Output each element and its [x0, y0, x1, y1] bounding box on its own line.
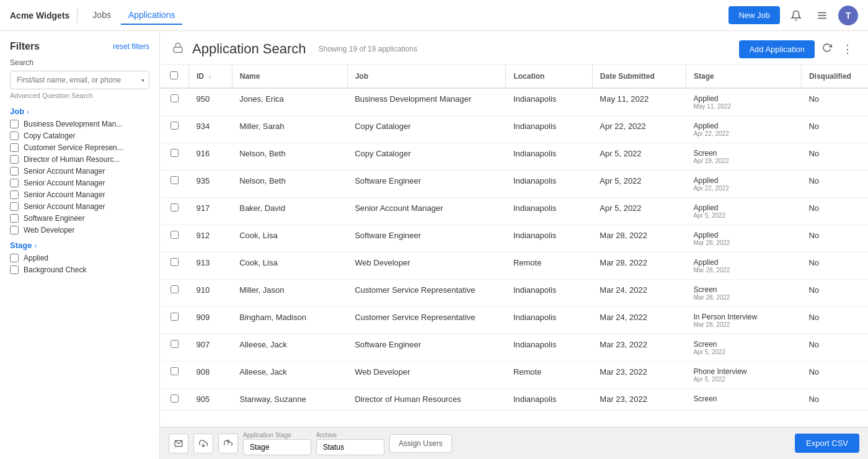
- row-name: Nelson, Beth: [232, 143, 347, 171]
- row-checkbox[interactable]: [170, 258, 179, 266]
- table-row[interactable]: 912 Cook, Lisa Software Engineer Indiana…: [160, 225, 868, 252]
- export-csv-button[interactable]: Export CSV: [795, 434, 859, 453]
- add-application-button[interactable]: Add Application: [739, 40, 815, 58]
- row-checkbox[interactable]: [170, 176, 179, 184]
- stage-filter-item[interactable]: Background Check: [10, 265, 149, 274]
- row-checkbox-cell[interactable]: [160, 334, 188, 362]
- row-checkbox[interactable]: [170, 313, 179, 321]
- row-checkbox-cell[interactable]: [160, 307, 188, 334]
- row-checkbox-cell[interactable]: [160, 143, 188, 171]
- job-filter-checkbox[interactable]: [10, 214, 19, 223]
- job-filter-checkbox[interactable]: [10, 120, 19, 128]
- col-header-date[interactable]: Date Submitted: [592, 65, 686, 88]
- select-all-checkbox[interactable]: [170, 71, 178, 79]
- table-row[interactable]: 934 Miller, Sarah Copy Cataloger Indiana…: [160, 116, 868, 143]
- row-date: Mar 23, 2022: [592, 389, 686, 411]
- row-job: Software Engineer: [347, 171, 506, 198]
- avatar[interactable]: T: [838, 6, 858, 25]
- row-location: Remote: [506, 362, 592, 389]
- job-filter-item[interactable]: Senior Account Manager: [10, 167, 149, 176]
- email-icon-button[interactable]: [169, 434, 188, 453]
- row-checkbox-cell[interactable]: [160, 252, 188, 280]
- col-header-id[interactable]: ID ↓: [188, 65, 232, 88]
- job-filter-item[interactable]: Senior Account Manager: [10, 179, 149, 187]
- job-filter-checkbox[interactable]: [10, 190, 19, 199]
- table-row[interactable]: 913 Cook, Lisa Web Developer Remote Mar …: [160, 252, 868, 280]
- job-filter-item[interactable]: Web Developer: [10, 226, 149, 234]
- table-row[interactable]: 917 Baker, David Senior Account Manager …: [160, 198, 868, 225]
- row-checkbox-cell[interactable]: [160, 280, 188, 307]
- col-header-job[interactable]: Job: [347, 65, 506, 88]
- table-row[interactable]: 910 Miller, Jason Customer Service Repre…: [160, 280, 868, 307]
- row-checkbox-cell[interactable]: [160, 198, 188, 225]
- row-checkbox[interactable]: [170, 94, 179, 102]
- archive-dropdown[interactable]: Status: [316, 439, 384, 455]
- menu-icon[interactable]: [812, 6, 832, 25]
- job-filter-group[interactable]: Job ›: [10, 107, 149, 116]
- search-input[interactable]: [10, 71, 149, 89]
- job-filter-checkbox[interactable]: [10, 202, 19, 211]
- job-filter-item[interactable]: Business Development Man...: [10, 120, 149, 128]
- upload-icon-button[interactable]: [218, 434, 238, 453]
- row-stage-date: Apr 5, 2022: [693, 212, 794, 219]
- job-filter-item[interactable]: Copy Cataloger: [10, 131, 149, 140]
- row-checkbox[interactable]: [170, 394, 179, 403]
- stage-filter-group[interactable]: Stage ›: [10, 241, 149, 250]
- stage-dropdown[interactable]: Stage: [243, 439, 311, 455]
- row-checkbox[interactable]: [170, 367, 179, 375]
- row-checkbox[interactable]: [170, 203, 179, 212]
- job-filter-checkbox[interactable]: [10, 226, 19, 234]
- col-header-stage[interactable]: Stage: [686, 65, 801, 88]
- notification-icon[interactable]: [786, 6, 806, 25]
- stage-chevron-icon: ›: [34, 242, 37, 249]
- table-row[interactable]: 905 Stanway, Suzanne Director of Human R…: [160, 389, 868, 411]
- job-filter-item[interactable]: Customer Service Represen...: [10, 143, 149, 152]
- table-row[interactable]: 909 Bingham, Madison Customer Service Re…: [160, 307, 868, 334]
- row-checkbox-cell[interactable]: [160, 389, 188, 411]
- job-filter-checkbox[interactable]: [10, 155, 19, 164]
- new-job-button[interactable]: New Job: [728, 6, 780, 24]
- stage-filter-item[interactable]: Applied: [10, 254, 149, 262]
- reset-filters-link[interactable]: reset filters: [113, 42, 149, 51]
- table-row[interactable]: 907 Alleese, Jack Software Engineer Indi…: [160, 334, 868, 362]
- nav-applications[interactable]: Applications: [121, 6, 183, 25]
- row-date: Mar 24, 2022: [592, 307, 686, 334]
- job-filter-item[interactable]: Software Engineer: [10, 214, 149, 223]
- table-row[interactable]: 935 Nelson, Beth Software Engineer India…: [160, 171, 868, 198]
- row-checkbox[interactable]: [170, 231, 179, 239]
- row-checkbox-cell[interactable]: [160, 362, 188, 389]
- col-header-disqualified[interactable]: Disqualified: [801, 65, 868, 88]
- assign-users-button[interactable]: Assign Users: [389, 434, 452, 453]
- row-checkbox[interactable]: [170, 122, 179, 130]
- stage-filter-checkbox[interactable]: [10, 265, 19, 274]
- refresh-icon[interactable]: [820, 40, 835, 58]
- job-filter-item[interactable]: Senior Account Manager: [10, 190, 149, 199]
- job-filter-item[interactable]: Senior Account Manager: [10, 202, 149, 211]
- row-checkbox-cell[interactable]: [160, 225, 188, 252]
- row-disqualified: No: [801, 116, 868, 143]
- job-filter-checkbox[interactable]: [10, 131, 19, 140]
- row-checkbox-cell[interactable]: [160, 88, 188, 116]
- stage-filter-checkbox[interactable]: [10, 254, 19, 262]
- nav-jobs[interactable]: Jobs: [85, 6, 118, 25]
- row-stage: Applied Mar 28, 2022: [686, 225, 801, 252]
- row-location: Indianapolis: [506, 171, 592, 198]
- col-header-location[interactable]: Location: [506, 65, 592, 88]
- advanced-search-label[interactable]: Advanced Question Search: [10, 92, 149, 99]
- more-options-icon[interactable]: ⋮: [839, 40, 856, 58]
- download-icon-button[interactable]: [193, 434, 213, 453]
- col-header-name[interactable]: Name: [232, 65, 347, 88]
- row-disqualified: No: [801, 198, 868, 225]
- table-row[interactable]: 950 Jones, Erica Business Development Ma…: [160, 88, 868, 116]
- job-filter-checkbox[interactable]: [10, 167, 19, 176]
- row-checkbox[interactable]: [170, 149, 179, 157]
- job-filter-checkbox[interactable]: [10, 143, 19, 152]
- table-row[interactable]: 916 Nelson, Beth Copy Cataloger Indianap…: [160, 143, 868, 171]
- row-checkbox[interactable]: [170, 340, 179, 348]
- row-checkbox[interactable]: [170, 285, 179, 293]
- row-checkbox-cell[interactable]: [160, 116, 188, 143]
- job-filter-checkbox[interactable]: [10, 179, 19, 187]
- row-checkbox-cell[interactable]: [160, 171, 188, 198]
- table-row[interactable]: 908 Alleese, Jack Web Developer Remote M…: [160, 362, 868, 389]
- job-filter-item[interactable]: Director of Human Resourc...: [10, 155, 149, 164]
